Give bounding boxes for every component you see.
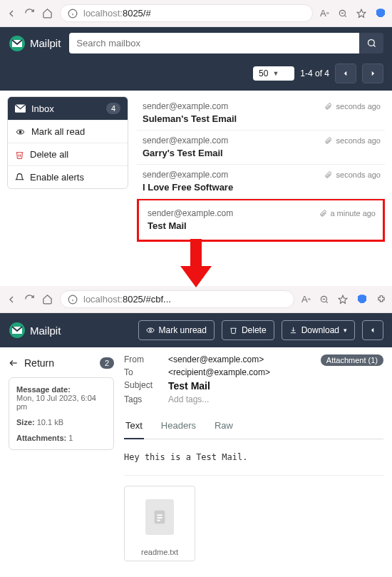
meta-attachments-value: 1 xyxy=(68,434,73,442)
tags-input[interactable]: Add tags... xyxy=(168,394,209,404)
message-row[interactable]: sender@example.com Garry's Test Email se… xyxy=(137,131,385,165)
info-icon[interactable] xyxy=(68,295,78,305)
eye-off-icon xyxy=(146,326,155,335)
sidebar-item-enable-alerts[interactable]: Enable alerts xyxy=(8,166,128,188)
sidebar-item-mark-all-read[interactable]: Mark all read xyxy=(8,121,128,143)
page-size-select[interactable]: 50▼ xyxy=(253,66,294,81)
from-label: From xyxy=(124,354,161,364)
subject-value: Test Mail xyxy=(168,380,210,392)
info-icon[interactable] xyxy=(68,9,78,19)
back-icon[interactable] xyxy=(6,294,17,305)
return-button[interactable]: Return 2 xyxy=(9,354,114,377)
tab-raw[interactable]: Raw xyxy=(213,414,234,439)
meta-size-value: 10.1 kB xyxy=(37,418,63,427)
url-text: localhost:8025/# xyxy=(83,8,151,19)
zoom-out-icon[interactable] xyxy=(338,9,348,19)
message-subject: Garry's Test Email xyxy=(143,148,379,158)
home-icon[interactable] xyxy=(42,8,53,19)
sidebar-item-label: Enable alerts xyxy=(30,172,84,183)
read-aloud-icon[interactable]: A» xyxy=(320,8,329,19)
tab-text[interactable]: Text xyxy=(124,414,144,439)
caret-down-icon: ▾ xyxy=(344,327,347,334)
svg-marker-6 xyxy=(357,9,366,17)
star-icon[interactable] xyxy=(356,9,366,19)
chevron-down-icon: ▼ xyxy=(272,70,279,77)
subject-label: Subject xyxy=(124,380,161,392)
to-label: To xyxy=(124,367,161,377)
chat-icon[interactable] xyxy=(356,295,368,305)
refresh-icon[interactable] xyxy=(24,294,35,305)
svg-line-10 xyxy=(373,45,376,47)
to-value: <recipient@example.com> xyxy=(168,367,270,377)
browser-bar-top: localhost:8025/# A» xyxy=(0,0,392,27)
message-row[interactable]: sender@example.com Suleman's Test Email … xyxy=(137,96,385,131)
attachment-card[interactable]: readme.txt xyxy=(124,486,195,561)
arrow-left-icon xyxy=(9,358,19,368)
back-icon[interactable] xyxy=(6,8,17,19)
message-time: seconds ago xyxy=(336,102,381,111)
mailpit-logo[interactable]: Mailpit xyxy=(9,322,61,339)
message-list: sender@example.com Suleman's Test Email … xyxy=(137,96,385,242)
download-icon xyxy=(289,326,297,335)
message-body: Hey this is a Test Mail. xyxy=(124,439,383,475)
zoom-out-icon[interactable] xyxy=(319,295,329,305)
sidebar-item-label: Delete all xyxy=(30,149,68,160)
message-meta-box: Message date:Mon, 10 Jul 2023, 6:04 pm S… xyxy=(9,377,114,450)
home-icon[interactable] xyxy=(42,294,53,305)
logo-text: Mailpit xyxy=(30,325,61,337)
prev-page-button[interactable] xyxy=(335,63,356,83)
red-arrow-annotation xyxy=(0,239,392,289)
pagination-row: 50▼ 1-4 of 4 xyxy=(0,59,392,91)
unread-count-badge: 2 xyxy=(100,357,114,369)
svg-point-28 xyxy=(149,330,151,332)
svg-marker-11 xyxy=(344,71,346,76)
file-icon xyxy=(145,499,174,535)
svg-point-27 xyxy=(147,328,154,332)
highlighted-message: sender@example.com Test Mail a minute ag… xyxy=(137,198,385,242)
address-bar[interactable]: localhost:8025/#cbf... xyxy=(60,290,294,308)
message-row[interactable]: sender@example.com Test Mail a minute ag… xyxy=(142,203,380,237)
message-subject: I Love Free Software xyxy=(143,182,379,193)
message-view-tabs: Text Headers Raw xyxy=(124,414,383,439)
svg-marker-12 xyxy=(372,71,374,76)
svg-marker-30 xyxy=(371,328,373,333)
sidebar-item-delete-all[interactable]: Delete all xyxy=(8,143,128,166)
browser-bar-bottom: localhost:8025/#cbf... A» xyxy=(0,286,392,313)
next-page-button[interactable] xyxy=(362,63,383,83)
mark-unread-button[interactable]: Mark unread xyxy=(138,320,215,340)
sidebar-item-label: Inbox xyxy=(31,103,54,114)
trash-icon xyxy=(15,150,24,160)
from-value: <sender@example.com> xyxy=(168,354,264,364)
search-input[interactable] xyxy=(69,33,359,53)
extensions-icon[interactable] xyxy=(376,295,386,305)
address-bar[interactable]: localhost:8025/# xyxy=(60,4,313,22)
sidebar-item-inbox[interactable]: Inbox 4 xyxy=(8,97,128,121)
prev-message-button[interactable] xyxy=(362,320,383,340)
download-button[interactable]: Download▾ xyxy=(282,320,355,340)
svg-rect-16 xyxy=(190,239,202,266)
paperclip-icon xyxy=(319,208,327,218)
meta-attachments-label: Attachments: xyxy=(16,434,66,442)
svg-marker-17 xyxy=(180,266,212,287)
message-row[interactable]: sender@example.com I Love Free Software … xyxy=(137,165,385,199)
message-subject: Test Mail xyxy=(148,220,374,231)
star-icon[interactable] xyxy=(338,295,348,305)
bell-icon xyxy=(15,173,24,183)
app-header-bottom: Mailpit Mark unread Delete Download▾ xyxy=(0,313,392,347)
message-time: seconds ago xyxy=(336,170,381,179)
meta-date-value: Mon, 10 Jul 2023, 6:04 pm xyxy=(16,394,96,411)
delete-button[interactable]: Delete xyxy=(222,320,274,340)
message-subject: Suleman's Test Email xyxy=(143,113,379,124)
tab-headers[interactable]: Headers xyxy=(160,414,197,439)
attachment-badge[interactable]: Attachment (1) xyxy=(321,354,383,366)
refresh-icon[interactable] xyxy=(24,8,35,19)
svg-marker-24 xyxy=(339,295,347,303)
paperclip-icon xyxy=(324,136,332,145)
read-aloud-icon[interactable]: A» xyxy=(301,294,311,305)
chat-icon[interactable] xyxy=(375,9,386,19)
mailpit-logo[interactable]: Mailpit xyxy=(9,35,61,52)
pagination-count: 1-4 of 4 xyxy=(300,68,329,78)
paperclip-icon xyxy=(324,170,332,180)
sidebar: Inbox 4 Mark all read Delete all Enable … xyxy=(7,96,128,189)
search-button[interactable] xyxy=(359,33,383,53)
